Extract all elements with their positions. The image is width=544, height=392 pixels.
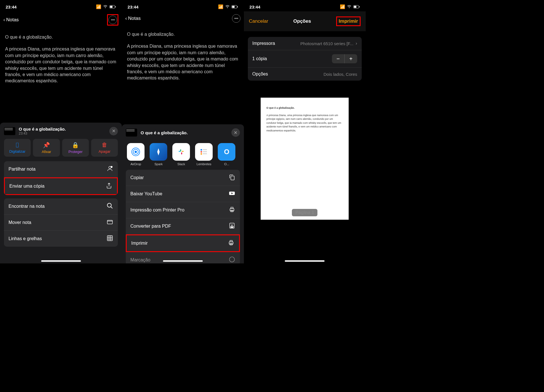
copy-label: Copiar: [130, 175, 144, 180]
share-note-row[interactable]: Partilhar nota +: [4, 161, 118, 177]
status-icons: 📶: [96, 4, 116, 10]
signal-icon: 📶: [96, 4, 101, 9]
other-app-icon: O: [218, 143, 235, 161]
more-button[interactable]: •••: [232, 14, 240, 23]
youtube-row[interactable]: Baixar YouTube: [126, 186, 240, 202]
svg-rect-1: [110, 6, 113, 8]
spark-label: Spark: [154, 162, 163, 166]
reminders-icon: [195, 143, 213, 161]
note-thumbnail: [4, 127, 15, 135]
sheet-title: O que é a globalização.: [19, 127, 106, 131]
mark-row[interactable]: Marcação: [126, 252, 240, 263]
svg-rect-7: [107, 220, 112, 224]
pdf-row[interactable]: Converter para PDF PDF: [126, 218, 240, 234]
svg-rect-27: [230, 209, 234, 211]
svg-point-12: [135, 151, 137, 153]
other-app[interactable]: O O...: [218, 143, 235, 166]
close-icon: ✕: [234, 130, 237, 135]
spark-icon: [150, 143, 167, 161]
grid-icon: [106, 235, 113, 243]
share-icon: [106, 182, 112, 190]
pin-button[interactable]: 📌 Afixar: [33, 139, 60, 157]
find-row[interactable]: Encontrar na nota: [4, 198, 118, 215]
move-row[interactable]: Mover nota: [4, 215, 118, 231]
preview-title: O que é a globalização.: [266, 106, 343, 110]
move-label: Mover nota: [9, 220, 31, 225]
copy-row[interactable]: Copiar: [126, 170, 240, 186]
preview-page[interactable]: O que é a globalização. A princesa Diana…: [261, 98, 349, 220]
slack-icon: [172, 143, 190, 161]
svg-rect-22: [203, 149, 207, 150]
lines-label: Linhas e grelhas: [9, 236, 42, 241]
back-label: Notas: [128, 16, 141, 21]
back-label: Notas: [6, 17, 19, 23]
print-title: Opções: [293, 18, 311, 24]
lembretes-label: Lembretes: [196, 162, 211, 166]
status-bar: 23:44 📶: [122, 0, 244, 11]
home-indicator[interactable]: [163, 260, 203, 262]
close-button[interactable]: ✕: [231, 128, 240, 137]
signal-icon: 📶: [340, 4, 345, 9]
print-icon: [228, 239, 235, 247]
action-sheet: O que é a globalização. 23:43 ✕ ⌷ Digita…: [0, 123, 122, 263]
options-value: Dois lados, Cores: [324, 72, 357, 77]
printer-label: Impressora: [252, 41, 275, 46]
print-button[interactable]: Imprimir: [339, 18, 358, 24]
notes-screen-1: 23:44 📶 ‹ Notas ••• O que é a globalizaç…: [0, 0, 122, 263]
printer-row[interactable]: Impressora Photosmart 6510 series [F... …: [248, 37, 362, 50]
slack-app[interactable]: Slack: [172, 143, 190, 166]
home-indicator[interactable]: [41, 260, 81, 262]
close-icon: ✕: [112, 128, 116, 134]
chevron-left-icon: ‹: [3, 17, 5, 23]
back-button[interactable]: ‹ Notas: [125, 16, 141, 21]
delete-label: Apagar: [99, 149, 110, 154]
spark-app[interactable]: Spark: [150, 143, 167, 166]
youtube-label: Baixar YouTube: [130, 191, 162, 196]
decrement-button[interactable]: −: [332, 54, 344, 63]
svg-text:+: +: [111, 166, 112, 168]
svg-rect-18: [181, 152, 182, 154]
ellipsis-icon: •••: [111, 17, 115, 22]
svg-point-6: [107, 203, 111, 207]
copies-row: 1 cópia − +: [248, 50, 362, 68]
send-copy-row[interactable]: Enviar uma cópia: [4, 177, 118, 195]
delete-button[interactable]: 🗑 Apagar: [91, 139, 118, 157]
status-time: 23:44: [6, 5, 16, 9]
markup-icon: [229, 256, 235, 263]
find-label: Encontrar na nota: [9, 204, 45, 209]
increment-button[interactable]: +: [345, 54, 357, 63]
battery-icon: [353, 5, 360, 9]
airdrop-label: AirDrop: [131, 162, 141, 166]
nav-bar: ‹ Notas •••: [0, 11, 122, 28]
pdf-icon: PDF: [229, 222, 235, 230]
close-button[interactable]: ✕: [109, 127, 118, 135]
chevron-left-icon: ‹: [125, 16, 127, 21]
print-options-row[interactable]: Opções Dois lados, Cores: [248, 68, 362, 81]
svg-point-3: [109, 166, 111, 169]
airdrop-app[interactable]: AirDrop: [127, 143, 145, 166]
svg-rect-28: [231, 207, 233, 209]
svg-rect-25: [231, 176, 234, 180]
print-row[interactable]: Imprimir: [126, 234, 240, 252]
share-screen: 23:44 📶 ‹ Notas ••• O que é a globalizaç…: [122, 0, 244, 263]
send-copy-label: Enviar uma cópia: [9, 184, 45, 189]
trash-icon: 🗑: [102, 142, 107, 148]
status-time: 23:44: [127, 5, 138, 9]
svg-point-35: [229, 257, 235, 262]
note-content[interactable]: O que é a globalização. A princesa Diana…: [0, 28, 122, 90]
lembretes-app[interactable]: Lembretes: [195, 143, 213, 166]
lines-row[interactable]: Linhas e grelhas: [4, 231, 118, 247]
home-indicator[interactable]: [285, 260, 325, 262]
svg-rect-24: [203, 153, 207, 154]
cancel-button[interactable]: Cancelar: [249, 18, 268, 24]
note-content[interactable]: O que é a globalização. A princesa Diana…: [122, 26, 244, 87]
print-label: Imprimir: [131, 241, 148, 246]
more-button[interactable]: •••: [108, 16, 117, 24]
svg-rect-32: [229, 242, 233, 244]
scan-icon: ⌷: [16, 142, 19, 148]
back-button[interactable]: ‹ Notas: [3, 17, 19, 23]
lock-button[interactable]: 🔒 Proteger: [62, 139, 89, 157]
pin-icon: 📌: [43, 142, 50, 148]
printer-pro-row[interactable]: Impressão com Printer Pro: [126, 202, 240, 218]
scan-button[interactable]: ⌷ Digitalizar: [4, 139, 31, 157]
